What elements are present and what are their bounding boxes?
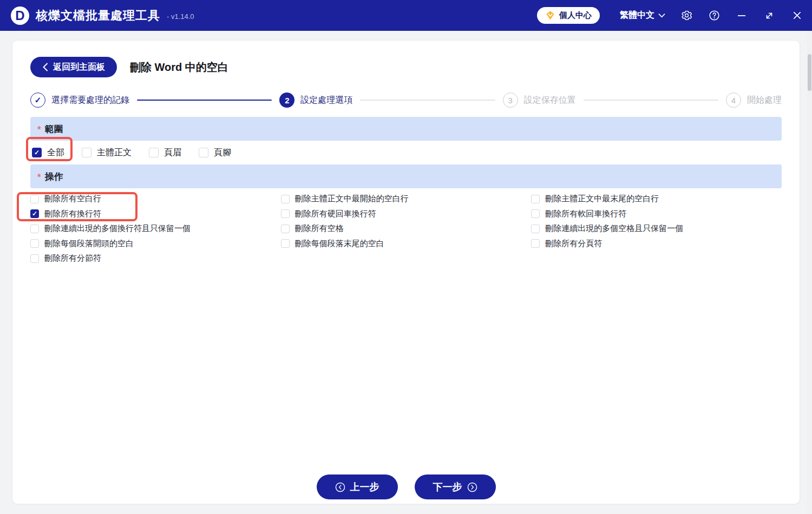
- operation-option[interactable]: 刪除主體正文中最末尾的空白行: [531, 192, 782, 207]
- step-label: 設定保存位置: [524, 95, 576, 106]
- operation-option-label: 刪除所有分頁符: [545, 239, 602, 249]
- scope-option-label: 頁眉: [164, 147, 181, 159]
- operation-option[interactable]: 刪除所有換行符: [30, 207, 281, 222]
- step-label: 設定處理選項: [300, 95, 352, 106]
- chevron-left-icon: [42, 63, 48, 71]
- operation-option[interactable]: 刪除所有空格: [281, 221, 532, 236]
- operation-option-label: 刪除所有分節符: [44, 253, 101, 263]
- operation-option[interactable]: 刪除主體正文中最開始的空白行: [281, 192, 532, 207]
- scope-option-label: 頁腳: [214, 147, 231, 159]
- scope-option-label: 全部: [47, 147, 64, 159]
- operation-option-label: 刪除每個段落開頭的空白: [44, 239, 134, 249]
- operations-section-header: * 操作: [30, 164, 782, 188]
- app-title: 核爍文檔批量處理工具: [36, 8, 160, 24]
- next-step-button[interactable]: 下一步: [415, 475, 496, 499]
- checkbox[interactable]: [281, 209, 290, 218]
- step-label: 開始處理: [747, 95, 782, 106]
- checkbox[interactable]: [30, 195, 39, 203]
- vip-badge-icon: [545, 10, 555, 21]
- operation-option-label: 刪除所有硬回車換行符: [295, 209, 376, 219]
- checkbox[interactable]: [531, 225, 540, 233]
- operation-options: 刪除所有空白行 刪除主體正文中最開始的空白行 刪除主體正文中最末尾的空白行 刪除…: [30, 192, 782, 266]
- operation-option-label: 刪除主體正文中最開始的空白行: [295, 194, 409, 204]
- next-step-label: 下一步: [433, 480, 462, 493]
- operation-option[interactable]: 刪除所有分頁符: [531, 236, 782, 252]
- operations-section-title: 操作: [45, 170, 63, 183]
- page-header: 返回到主面板 刪除 Word 中的空白: [30, 56, 782, 78]
- operation-option[interactable]: 刪除每個段落開頭的空白: [30, 236, 281, 252]
- app-logo-icon: D: [11, 6, 29, 25]
- checkbox[interactable]: [281, 195, 290, 203]
- step-label: 選擇需要處理的記錄: [51, 95, 129, 106]
- operation-option[interactable]: 刪除所有空白行: [30, 192, 281, 207]
- checkbox[interactable]: [281, 239, 290, 248]
- checkbox[interactable]: [30, 239, 39, 248]
- back-to-dashboard-button[interactable]: 返回到主面板: [30, 57, 117, 77]
- previous-step-label: 上一步: [350, 480, 379, 493]
- scope-option-label: 主體正文: [97, 147, 132, 159]
- operation-option-label: 刪除連續出現的多個空格且只保留一個: [545, 223, 683, 234]
- maximize-icon[interactable]: [763, 9, 776, 22]
- scrollbar-thumb[interactable]: [808, 54, 811, 91]
- step-circle: 2: [279, 93, 294, 108]
- step-connector: [360, 100, 495, 101]
- operation-option-label: 刪除連續出現的多個換行符且只保留一個: [44, 223, 191, 234]
- checkbox[interactable]: [531, 195, 540, 203]
- scope-option[interactable]: 全部: [32, 147, 64, 159]
- required-asterisk: *: [37, 124, 41, 135]
- operation-option-label: 刪除所有空白行: [44, 194, 101, 204]
- user-center-button[interactable]: 個人中心: [537, 7, 600, 24]
- step-connector: [137, 100, 272, 101]
- scrollbar-track[interactable]: [807, 31, 812, 514]
- step: 2 設定處理選項: [279, 93, 352, 108]
- step-circle: 4: [726, 93, 741, 108]
- checkbox[interactable]: [30, 209, 39, 218]
- minimize-icon[interactable]: [735, 9, 748, 22]
- settings-gear-icon[interactable]: [680, 9, 693, 22]
- previous-step-button[interactable]: 上一步: [317, 475, 398, 499]
- close-icon[interactable]: [790, 9, 803, 22]
- scope-section-title: 範圍: [45, 123, 63, 135]
- operation-option[interactable]: 刪除所有軟回車換行符: [531, 207, 782, 222]
- checkbox[interactable]: [32, 148, 42, 157]
- stepper: 1 選擇需要處理的記錄 2 設定處理選項 3 設定保存位置 4: [30, 92, 782, 108]
- language-label: 繁體中文: [620, 10, 654, 21]
- checkbox[interactable]: [149, 148, 159, 157]
- scope-option[interactable]: 頁眉: [149, 147, 181, 159]
- operation-option-label: 刪除每個段落末尾的空白: [295, 239, 384, 249]
- operation-option-label: 刪除所有換行符: [44, 209, 101, 219]
- required-asterisk: *: [37, 172, 41, 183]
- scope-option[interactable]: 主體正文: [82, 147, 132, 159]
- checkbox[interactable]: [82, 148, 91, 157]
- titlebar-left: D 核爍文檔批量處理工具 - v1.14.0: [0, 6, 194, 25]
- operation-option-label: 刪除主體正文中最末尾的空白行: [545, 194, 659, 204]
- footer-actions: 上一步 下一步: [12, 475, 800, 499]
- step: 1 選擇需要處理的記錄: [30, 93, 129, 108]
- chevron-down-icon: [658, 13, 665, 18]
- operation-option[interactable]: 刪除所有硬回車換行符: [281, 207, 532, 222]
- checkbox[interactable]: [531, 209, 540, 218]
- app-logo-letter: D: [15, 9, 24, 22]
- operation-option[interactable]: 刪除連續出現的多個空格且只保留一個: [531, 221, 782, 236]
- main-panel: 返回到主面板 刪除 Word 中的空白 1 選擇需要處理的記錄 2 設定處理選項…: [12, 40, 800, 504]
- titlebar: D 核爍文檔批量處理工具 - v1.14.0 個人中心 繁體中文: [0, 0, 812, 31]
- scope-section-header: * 範圍: [30, 117, 782, 141]
- checkbox[interactable]: [281, 225, 290, 233]
- language-selector[interactable]: 繁體中文: [620, 10, 665, 21]
- help-icon[interactable]: [708, 9, 721, 22]
- user-center-label: 個人中心: [559, 10, 592, 21]
- back-button-label: 返回到主面板: [53, 62, 105, 73]
- operation-option[interactable]: 刪除連續出現的多個換行符且只保留一個: [30, 221, 281, 236]
- step-connector: [584, 100, 718, 101]
- operation-option[interactable]: 刪除所有分節符: [30, 251, 281, 266]
- step: 4 開始處理: [726, 93, 782, 108]
- step-circle: 3: [503, 93, 518, 108]
- operation-option[interactable]: 刪除每個段落末尾的空白: [281, 236, 532, 252]
- checkbox[interactable]: [30, 254, 39, 263]
- checkbox[interactable]: [531, 239, 540, 248]
- operation-option-label: 刪除所有軟回車換行符: [545, 209, 626, 219]
- scope-option[interactable]: 頁腳: [199, 147, 231, 159]
- checkbox[interactable]: [30, 225, 39, 233]
- step-circle: 1: [30, 93, 45, 108]
- checkbox[interactable]: [199, 148, 208, 157]
